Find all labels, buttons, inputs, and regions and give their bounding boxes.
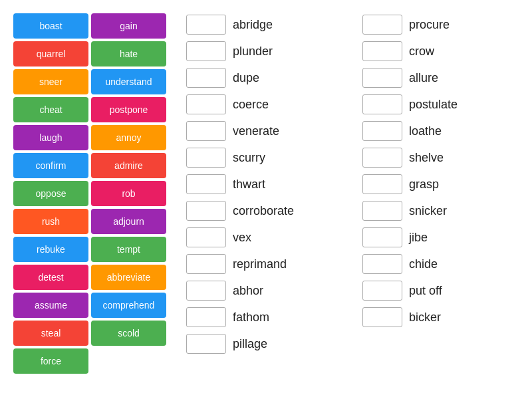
drop-box[interactable] bbox=[362, 254, 402, 274]
match-row: thwart bbox=[186, 173, 342, 196]
drop-box[interactable] bbox=[362, 15, 402, 35]
drop-box[interactable] bbox=[186, 15, 226, 35]
match-word-label: fathom bbox=[233, 311, 269, 325]
match-row: vex bbox=[186, 226, 342, 249]
match-word-label: crow bbox=[409, 45, 434, 59]
match-row: procure bbox=[362, 13, 519, 36]
right-match-column: procurecrowallurepostulateloatheshelvegr… bbox=[362, 13, 519, 386]
drop-box[interactable] bbox=[186, 121, 226, 141]
word-tile[interactable]: tempt bbox=[91, 237, 166, 262]
word-tile[interactable]: scold bbox=[91, 321, 166, 346]
match-word-label: thwart bbox=[233, 178, 265, 192]
word-tile[interactable]: postpone bbox=[91, 97, 166, 122]
match-word-label: allure bbox=[409, 71, 438, 85]
match-row: plunder bbox=[186, 40, 342, 63]
word-tile[interactable]: boast bbox=[13, 13, 88, 39]
match-area: abridgeplunderdupecoerceveneratescurryth… bbox=[173, 13, 519, 386]
word-tile[interactable]: steal bbox=[13, 321, 88, 346]
word-tile[interactable]: oppose bbox=[13, 181, 88, 206]
drop-box[interactable] bbox=[362, 201, 402, 221]
match-word-label: shelve bbox=[409, 151, 444, 165]
word-tile[interactable]: abbreviate bbox=[91, 265, 166, 290]
match-word-label: chide bbox=[409, 257, 438, 271]
match-word-label: abridge bbox=[233, 18, 273, 32]
match-row: snicker bbox=[362, 200, 519, 222]
drop-box[interactable] bbox=[186, 307, 226, 327]
word-tile[interactable]: rush bbox=[13, 209, 88, 234]
word-tiles-panel: boastgainquarrelhatesneerunderstandcheat… bbox=[13, 13, 166, 386]
drop-box[interactable] bbox=[362, 121, 402, 141]
drop-box[interactable] bbox=[186, 148, 226, 168]
drop-box[interactable] bbox=[362, 148, 402, 168]
match-row: loathe bbox=[362, 120, 519, 142]
drop-box[interactable] bbox=[186, 201, 226, 221]
drop-box[interactable] bbox=[186, 41, 226, 61]
word-tile[interactable]: force bbox=[13, 348, 88, 374]
word-tile[interactable]: admire bbox=[91, 153, 166, 178]
drop-box[interactable] bbox=[362, 281, 402, 301]
word-tile[interactable]: rebuke bbox=[13, 237, 88, 262]
match-word-label: scurry bbox=[233, 151, 265, 165]
drop-box[interactable] bbox=[362, 307, 402, 327]
match-word-label: procure bbox=[409, 18, 450, 32]
match-row: postulate bbox=[362, 93, 519, 116]
match-word-label: dupe bbox=[233, 71, 259, 85]
match-row: jibe bbox=[362, 226, 519, 249]
match-row: shelve bbox=[362, 146, 519, 169]
word-tile[interactable]: rob bbox=[91, 181, 166, 206]
drop-box[interactable] bbox=[362, 94, 402, 114]
match-word-label: abhor bbox=[233, 284, 263, 298]
match-word-label: coerce bbox=[233, 98, 269, 112]
match-row: dupe bbox=[186, 66, 342, 89]
drop-box[interactable] bbox=[186, 334, 226, 354]
match-word-label: loathe bbox=[409, 124, 442, 138]
drop-box[interactable] bbox=[362, 41, 402, 61]
match-row: venerate bbox=[186, 120, 342, 142]
match-row: reprimand bbox=[186, 253, 342, 275]
word-tile[interactable]: sneer bbox=[13, 69, 88, 94]
match-word-label: plunder bbox=[233, 45, 273, 59]
drop-box[interactable] bbox=[362, 174, 402, 194]
match-word-label: grasp bbox=[409, 178, 439, 192]
match-row: bicker bbox=[362, 306, 519, 329]
word-tile[interactable]: hate bbox=[91, 41, 166, 66]
drop-box[interactable] bbox=[186, 174, 226, 194]
match-row: scurry bbox=[186, 146, 342, 169]
drop-box[interactable] bbox=[362, 68, 402, 88]
match-word-label: vex bbox=[233, 231, 251, 245]
match-row: chide bbox=[362, 253, 519, 275]
drop-box[interactable] bbox=[186, 281, 226, 301]
drop-box[interactable] bbox=[186, 227, 226, 247]
word-tile[interactable]: annoy bbox=[91, 125, 166, 150]
word-tile[interactable]: gain bbox=[91, 13, 166, 39]
match-row: grasp bbox=[362, 173, 519, 196]
word-tile[interactable]: quarrel bbox=[13, 41, 88, 66]
left-match-column: abridgeplunderdupecoerceveneratescurryth… bbox=[186, 13, 342, 386]
word-tile[interactable]: detest bbox=[13, 265, 88, 290]
match-word-label: put off bbox=[409, 284, 442, 298]
word-tile[interactable]: adjourn bbox=[91, 209, 166, 234]
match-row: allure bbox=[362, 66, 519, 89]
match-word-label: pillage bbox=[233, 337, 267, 351]
word-tile[interactable]: laugh bbox=[13, 125, 88, 150]
match-row: fathom bbox=[186, 306, 342, 329]
word-tile[interactable]: cheat bbox=[13, 97, 88, 122]
match-row: abridge bbox=[186, 13, 342, 36]
word-tile[interactable]: confirm bbox=[13, 153, 88, 178]
match-row: pillage bbox=[186, 332, 342, 355]
drop-box[interactable] bbox=[186, 254, 226, 274]
match-row: crow bbox=[362, 40, 519, 63]
match-word-label: jibe bbox=[409, 231, 428, 245]
match-row: put off bbox=[362, 279, 519, 302]
drop-box[interactable] bbox=[186, 94, 226, 114]
match-word-label: reprimand bbox=[233, 257, 287, 271]
match-word-label: corroborate bbox=[233, 204, 294, 218]
drop-box[interactable] bbox=[186, 68, 226, 88]
match-row: abhor bbox=[186, 279, 342, 302]
match-row: coerce bbox=[186, 93, 342, 116]
word-tile[interactable]: assume bbox=[13, 293, 88, 318]
word-tile[interactable]: understand bbox=[91, 69, 166, 94]
match-word-label: postulate bbox=[409, 98, 458, 112]
word-tile[interactable]: comprehend bbox=[91, 293, 166, 318]
drop-box[interactable] bbox=[362, 227, 402, 247]
